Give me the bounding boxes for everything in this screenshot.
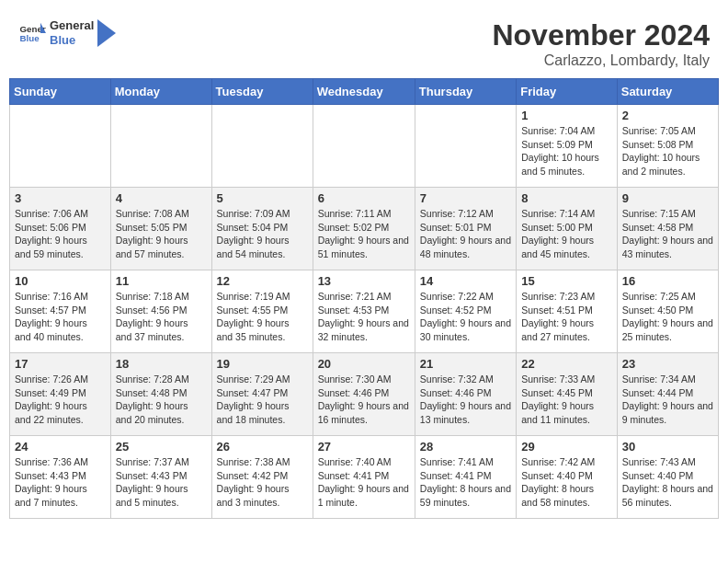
day-number: 15 [521,274,612,288]
day-number: 9 [622,191,713,205]
day-number: 27 [318,440,410,454]
day-number: 22 [521,357,612,371]
calendar-cell: 5Sunrise: 7:09 AM Sunset: 5:04 PM Daylig… [211,188,313,270]
calendar-cell: 24Sunrise: 7:36 AM Sunset: 4:43 PM Dayli… [10,436,111,519]
col-friday: Friday [517,79,618,105]
day-info: Sunrise: 7:37 AM Sunset: 4:43 PM Dayligh… [116,455,207,510]
day-info: Sunrise: 7:05 AM Sunset: 5:08 PM Dayligh… [622,124,713,178]
calendar-cell: 27Sunrise: 7:40 AM Sunset: 4:41 PM Dayli… [313,436,415,519]
calendar-cell [10,105,111,188]
day-info: Sunrise: 7:42 AM Sunset: 4:40 PM Dayligh… [521,455,612,510]
day-number: 1 [521,109,612,122]
day-number: 7 [420,191,511,205]
day-info: Sunrise: 7:14 AM Sunset: 5:00 PM Dayligh… [521,207,612,261]
day-number: 24 [15,440,106,454]
calendar-week-4: 17Sunrise: 7:26 AM Sunset: 4:49 PM Dayli… [10,353,719,436]
day-number: 3 [15,191,106,205]
day-number: 4 [116,191,207,205]
calendar-cell: 20Sunrise: 7:30 AM Sunset: 4:46 PM Dayli… [313,353,415,436]
logo: General Blue General Blue [18,18,116,47]
calendar-body: 1Sunrise: 7:04 AM Sunset: 5:09 PM Daylig… [10,105,719,519]
day-number: 16 [622,274,713,288]
col-tuesday: Tuesday [211,79,313,105]
calendar-cell: 29Sunrise: 7:42 AM Sunset: 4:40 PM Dayli… [517,436,618,519]
day-info: Sunrise: 7:21 AM Sunset: 4:53 PM Dayligh… [318,290,410,344]
calendar-cell: 30Sunrise: 7:43 AM Sunset: 4:40 PM Dayli… [617,436,718,519]
calendar-cell: 3Sunrise: 7:06 AM Sunset: 5:06 PM Daylig… [10,188,111,270]
day-info: Sunrise: 7:26 AM Sunset: 4:49 PM Dayligh… [15,373,106,427]
day-number: 11 [116,274,207,288]
header-row: Sunday Monday Tuesday Wednesday Thursday… [10,79,719,105]
calendar-week-3: 10Sunrise: 7:16 AM Sunset: 4:57 PM Dayli… [10,270,719,353]
day-info: Sunrise: 7:30 AM Sunset: 4:46 PM Dayligh… [318,373,410,427]
calendar-cell: 18Sunrise: 7:28 AM Sunset: 4:48 PM Dayli… [110,353,211,436]
day-number: 28 [420,440,511,454]
day-number: 29 [521,440,612,454]
month-title: November 2024 [492,18,710,52]
day-info: Sunrise: 7:16 AM Sunset: 4:57 PM Dayligh… [15,290,106,344]
calendar-cell: 16Sunrise: 7:25 AM Sunset: 4:50 PM Dayli… [617,270,718,353]
calendar-week-1: 1Sunrise: 7:04 AM Sunset: 5:09 PM Daylig… [10,105,719,188]
day-info: Sunrise: 7:28 AM Sunset: 4:48 PM Dayligh… [116,373,207,427]
calendar-cell: 21Sunrise: 7:32 AM Sunset: 4:46 PM Dayli… [415,353,516,436]
day-info: Sunrise: 7:19 AM Sunset: 4:55 PM Dayligh… [217,290,308,344]
calendar-cell: 25Sunrise: 7:37 AM Sunset: 4:43 PM Dayli… [110,436,211,519]
col-saturday: Saturday [617,79,718,105]
day-info: Sunrise: 7:36 AM Sunset: 4:43 PM Dayligh… [15,455,106,510]
location: Carlazzo, Lombardy, Italy [492,52,710,69]
day-number: 6 [318,191,410,205]
calendar-cell: 12Sunrise: 7:19 AM Sunset: 4:55 PM Dayli… [211,270,313,353]
day-number: 2 [622,109,713,122]
calendar-cell: 22Sunrise: 7:33 AM Sunset: 4:45 PM Dayli… [517,353,618,436]
day-number: 17 [15,357,106,371]
day-info: Sunrise: 7:43 AM Sunset: 4:40 PM Dayligh… [622,455,713,510]
calendar-week-2: 3Sunrise: 7:06 AM Sunset: 5:06 PM Daylig… [10,188,719,270]
calendar-cell: 8Sunrise: 7:14 AM Sunset: 5:00 PM Daylig… [517,188,618,270]
logo-blue: Blue [50,33,94,48]
day-info: Sunrise: 7:40 AM Sunset: 4:41 PM Dayligh… [318,455,410,510]
calendar-cell: 17Sunrise: 7:26 AM Sunset: 4:49 PM Dayli… [10,353,111,436]
day-number: 18 [116,357,207,371]
calendar-cell: 23Sunrise: 7:34 AM Sunset: 4:44 PM Dayli… [617,353,718,436]
day-info: Sunrise: 7:25 AM Sunset: 4:50 PM Dayligh… [622,290,713,344]
page-header: General Blue General Blue November 2024 … [9,9,719,74]
day-number: 20 [318,357,410,371]
day-info: Sunrise: 7:32 AM Sunset: 4:46 PM Dayligh… [420,373,511,427]
day-number: 21 [420,357,511,371]
day-info: Sunrise: 7:41 AM Sunset: 4:41 PM Dayligh… [420,455,511,510]
calendar-table: Sunday Monday Tuesday Wednesday Thursday… [9,78,719,519]
day-number: 26 [217,440,308,454]
logo-icon: General Blue [18,19,46,47]
calendar-cell: 13Sunrise: 7:21 AM Sunset: 4:53 PM Dayli… [313,270,415,353]
day-number: 25 [116,440,207,454]
day-number: 10 [15,274,106,288]
day-number: 8 [521,191,612,205]
logo-general: General [50,18,94,33]
day-number: 14 [420,274,511,288]
day-number: 13 [318,274,410,288]
day-info: Sunrise: 7:04 AM Sunset: 5:09 PM Dayligh… [521,124,612,178]
calendar-cell: 28Sunrise: 7:41 AM Sunset: 4:41 PM Dayli… [415,436,516,519]
svg-text:Blue: Blue [20,33,40,43]
col-monday: Monday [110,79,211,105]
day-number: 19 [217,357,308,371]
calendar-cell: 19Sunrise: 7:29 AM Sunset: 4:47 PM Dayli… [211,353,313,436]
title-block: November 2024 Carlazzo, Lombardy, Italy [492,18,710,69]
day-info: Sunrise: 7:38 AM Sunset: 4:42 PM Dayligh… [217,455,308,510]
day-info: Sunrise: 7:33 AM Sunset: 4:45 PM Dayligh… [521,373,612,427]
calendar-cell: 7Sunrise: 7:12 AM Sunset: 5:01 PM Daylig… [415,188,516,270]
col-thursday: Thursday [415,79,516,105]
calendar-cell: 4Sunrise: 7:08 AM Sunset: 5:05 PM Daylig… [110,188,211,270]
logo-triangle-icon [97,19,116,47]
calendar-cell: 11Sunrise: 7:18 AM Sunset: 4:56 PM Dayli… [110,270,211,353]
calendar-cell: 9Sunrise: 7:15 AM Sunset: 4:58 PM Daylig… [617,188,718,270]
day-info: Sunrise: 7:06 AM Sunset: 5:06 PM Dayligh… [15,207,106,261]
day-info: Sunrise: 7:29 AM Sunset: 4:47 PM Dayligh… [217,373,308,427]
calendar-cell [211,105,313,188]
col-wednesday: Wednesday [313,79,415,105]
calendar-cell: 15Sunrise: 7:23 AM Sunset: 4:51 PM Dayli… [517,270,618,353]
svg-marker-3 [97,19,116,47]
day-info: Sunrise: 7:15 AM Sunset: 4:58 PM Dayligh… [622,207,713,261]
calendar-header: Sunday Monday Tuesday Wednesday Thursday… [10,79,719,105]
day-info: Sunrise: 7:08 AM Sunset: 5:05 PM Dayligh… [116,207,207,261]
